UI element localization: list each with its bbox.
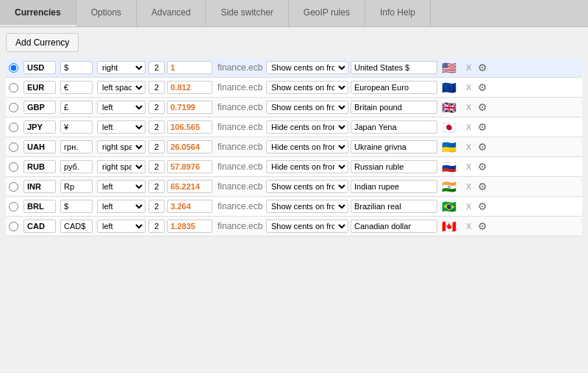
currency-name-input[interactable]: [351, 200, 437, 213]
currency-settings-button[interactable]: ⚙: [478, 220, 494, 232]
currency-radio[interactable]: [9, 103, 18, 112]
currency-decimals-input[interactable]: [148, 220, 165, 233]
currency-decimals-input[interactable]: [148, 120, 165, 134]
currency-delete-button[interactable]: X: [465, 123, 478, 131]
currency-decimals-input[interactable]: [148, 61, 165, 74]
currency-source: finance.ecb: [215, 142, 266, 152]
currency-code-input[interactable]: [24, 81, 56, 94]
currency-symbol-input[interactable]: [60, 220, 93, 233]
currency-flag: 🇺🇦: [439, 140, 459, 153]
currency-cents-select[interactable]: Show cents on frontHide cents on front: [266, 160, 348, 173]
currency-settings-button[interactable]: ⚙: [478, 62, 494, 73]
tab-side-switcher[interactable]: Side switcher: [206, 0, 288, 26]
currency-rate-input[interactable]: [167, 101, 212, 114]
currency-code-input[interactable]: [24, 61, 56, 74]
currency-name-input[interactable]: [351, 160, 437, 173]
currency-rate-input[interactable]: [167, 180, 212, 193]
currency-delete-button[interactable]: X: [465, 103, 478, 112]
currency-rate-input[interactable]: [167, 61, 212, 74]
currency-decimals-input[interactable]: [148, 101, 165, 114]
currency-name-input[interactable]: [351, 101, 437, 114]
currency-radio[interactable]: [9, 63, 18, 73]
currency-code-input[interactable]: [24, 101, 56, 114]
currency-position-select[interactable]: leftrightleft spaceright space: [97, 140, 146, 153]
currency-settings-button[interactable]: ⚙: [478, 101, 494, 113]
currency-position-select[interactable]: leftrightleft spaceright space: [97, 81, 146, 94]
currency-radio[interactable]: [9, 182, 18, 192]
currency-rate-input[interactable]: [167, 220, 212, 233]
tab-currencies[interactable]: Currencies: [0, 0, 76, 26]
currency-delete-button[interactable]: X: [465, 162, 478, 171]
currency-cents-select[interactable]: Show cents on frontHide cents on front: [266, 61, 348, 74]
currency-delete-button[interactable]: X: [465, 202, 478, 211]
currency-delete-button[interactable]: X: [465, 142, 478, 151]
currency-cents-select[interactable]: Show cents on frontHide cents on front: [266, 200, 348, 213]
currency-radio[interactable]: [9, 83, 18, 93]
currency-name-input[interactable]: [351, 180, 437, 193]
currency-name-input[interactable]: [351, 61, 437, 74]
currency-settings-button[interactable]: ⚙: [478, 141, 494, 153]
currency-rate-input[interactable]: [167, 160, 212, 173]
currency-decimals-input[interactable]: [148, 200, 165, 213]
currency-settings-button[interactable]: ⚙: [478, 121, 494, 133]
currency-code-input[interactable]: [24, 140, 56, 153]
currency-decimals-input[interactable]: [148, 160, 165, 173]
currency-decimals-input[interactable]: [148, 140, 165, 153]
currency-code-input[interactable]: [24, 160, 56, 173]
currency-position-select[interactable]: leftrightleft spaceright space: [97, 220, 146, 233]
currency-position-select[interactable]: leftrightleft spaceright space: [97, 180, 146, 193]
tab-info-help[interactable]: Info Help: [365, 0, 431, 26]
currency-name-input[interactable]: [351, 220, 437, 233]
currency-position-select[interactable]: leftrightleft spaceright space: [97, 160, 146, 173]
currency-symbol-input[interactable]: [60, 120, 93, 134]
currency-radio[interactable]: [9, 123, 18, 132]
currency-position-select[interactable]: leftrightleft spaceright space: [97, 120, 146, 134]
currency-flag: 🇨🇦: [439, 220, 459, 233]
currency-symbol-input[interactable]: [60, 101, 93, 114]
currency-cents-select[interactable]: Show cents on frontHide cents on front: [266, 101, 348, 114]
currency-name-input[interactable]: [351, 140, 437, 153]
currency-settings-button[interactable]: ⚙: [478, 200, 494, 212]
currency-delete-button[interactable]: X: [465, 63, 478, 72]
currency-decimals-input[interactable]: [148, 180, 165, 193]
currency-position-select[interactable]: leftrightleft spaceright space: [97, 101, 146, 114]
currency-symbol-input[interactable]: [60, 200, 93, 213]
currency-radio[interactable]: [9, 162, 18, 172]
currency-symbol-input[interactable]: [60, 61, 93, 74]
currency-code-input[interactable]: [24, 220, 56, 233]
currency-code-input[interactable]: [24, 180, 56, 193]
currency-radio[interactable]: [9, 142, 18, 152]
tab-geoip-rules[interactable]: GeoIP rules: [289, 0, 365, 26]
currency-cents-select[interactable]: Show cents on frontHide cents on front: [266, 81, 348, 94]
currency-delete-button[interactable]: X: [465, 222, 478, 231]
currency-rate-input[interactable]: [167, 140, 212, 153]
tab-options[interactable]: Options: [76, 0, 137, 26]
currency-cents-select[interactable]: Show cents on frontHide cents on front: [266, 120, 348, 134]
tab-advanced[interactable]: Advanced: [137, 0, 206, 26]
currency-name-input[interactable]: [351, 120, 437, 134]
currency-symbol-input[interactable]: [60, 160, 93, 173]
currency-settings-button[interactable]: ⚙: [478, 181, 494, 192]
currency-name-input[interactable]: [351, 81, 437, 94]
currency-position-select[interactable]: leftrightleft spaceright space: [97, 200, 146, 213]
currency-cents-select[interactable]: Show cents on frontHide cents on front: [266, 220, 348, 233]
currency-settings-button[interactable]: ⚙: [478, 161, 494, 173]
currency-radio[interactable]: [9, 202, 18, 211]
currency-decimals-input[interactable]: [148, 81, 165, 94]
currency-delete-button[interactable]: X: [465, 83, 478, 92]
currency-position-select[interactable]: leftrightleft spaceright space: [97, 61, 146, 74]
currency-code-input[interactable]: [24, 200, 56, 213]
currency-cents-select[interactable]: Show cents on frontHide cents on front: [266, 140, 348, 153]
currency-cents-select[interactable]: Show cents on frontHide cents on front: [266, 180, 348, 193]
currency-rate-input[interactable]: [167, 200, 212, 213]
currency-rate-input[interactable]: [167, 81, 212, 94]
currency-rate-input[interactable]: [167, 120, 212, 134]
currency-code-input[interactable]: [24, 120, 56, 134]
currency-radio[interactable]: [9, 222, 18, 231]
add-currency-button[interactable]: Add Currency: [6, 33, 79, 52]
currency-settings-button[interactable]: ⚙: [478, 82, 494, 93]
currency-symbol-input[interactable]: [60, 140, 93, 153]
currency-symbol-input[interactable]: [60, 180, 93, 193]
currency-symbol-input[interactable]: [60, 81, 93, 94]
currency-delete-button[interactable]: X: [465, 182, 478, 191]
